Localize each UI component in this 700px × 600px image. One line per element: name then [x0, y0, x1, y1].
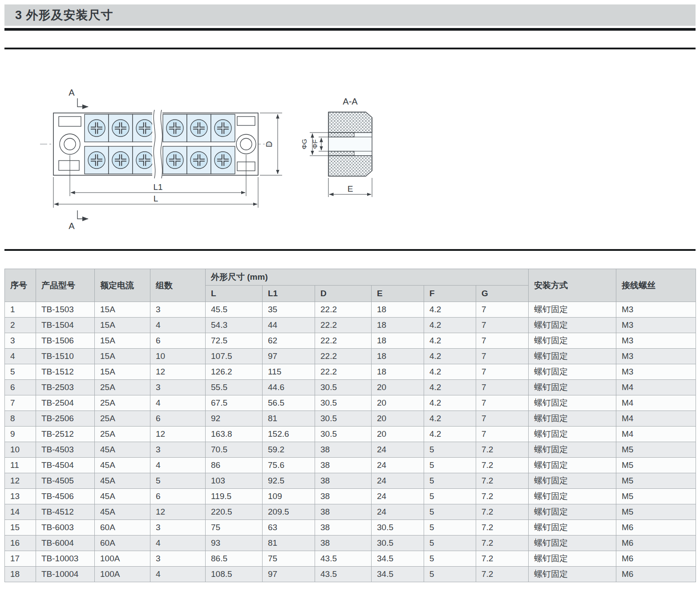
- table-cell: 45A: [95, 458, 150, 473]
- table-cell: 3: [150, 520, 206, 536]
- dim-label-l1: L1: [153, 182, 162, 192]
- table-row: 13TB-450645A6119.5109382457.2螺钉固定M5: [5, 489, 696, 504]
- table-cell: 7: [476, 349, 529, 364]
- table-cell: 4.2: [424, 380, 476, 395]
- divider-top: [4, 28, 696, 31]
- table-row: 4TB-151015A10107.59722.2184.27螺钉固定M3: [5, 349, 696, 364]
- table-cell: 92.5: [263, 473, 315, 489]
- table-cell: 38: [315, 489, 372, 504]
- col-header-dims-group: 外形尺寸 (mm): [206, 269, 529, 286]
- table-cell: 81: [263, 536, 315, 551]
- table-cell: 9: [5, 427, 36, 442]
- screw-icon: [214, 120, 231, 137]
- table-cell: 螺钉固定: [529, 364, 616, 380]
- table-cell: 20: [372, 427, 424, 442]
- table-cell: 螺钉固定: [529, 442, 616, 458]
- screw-icon: [112, 120, 129, 137]
- spec-table-body: 1TB-150315A345.53522.2184.27螺钉固定M32TB-15…: [5, 302, 696, 582]
- table-row: 12TB-450545A510392.5382457.2螺钉固定M5: [5, 473, 696, 489]
- thread-hatch-top: [328, 133, 354, 137]
- table-cell: 60A: [95, 536, 150, 551]
- table-cell: 6: [5, 380, 36, 395]
- table-cell: 螺钉固定: [529, 302, 616, 318]
- table-cell: 24: [372, 458, 424, 473]
- table-cell: 15A: [95, 318, 150, 333]
- table-cell: TB-4504: [36, 458, 95, 473]
- table-cell: M3: [616, 333, 696, 349]
- table-cell: 10: [150, 349, 206, 364]
- screw-icon: [136, 152, 153, 169]
- mounting-hole-right-inner: [240, 138, 252, 150]
- table-row: 18TB-10004100A4108.59743.534.557.2螺钉固定M6: [5, 567, 696, 582]
- table-cell: 4.2: [424, 318, 476, 333]
- table-cell: 螺钉固定: [529, 489, 616, 504]
- table-cell: 75: [206, 520, 263, 536]
- table-cell: 22.2: [315, 349, 372, 364]
- table-cell: TB-2503: [36, 380, 95, 395]
- table-cell: 15: [5, 520, 36, 536]
- table-cell: 25A: [95, 411, 150, 427]
- table-cell: 4.2: [424, 349, 476, 364]
- drawing-panel: D L1 L A A A-A: [4, 49, 696, 249]
- table-cell: 5: [424, 567, 476, 582]
- table-row: 16TB-600460A493813830.557.2螺钉固定M6: [5, 536, 696, 551]
- section-cut-bottom: [77, 210, 88, 219]
- table-row: 5TB-151215A12126.211522.2184.27螺钉固定M3: [5, 364, 696, 380]
- table-cell: 75.6: [263, 458, 315, 473]
- table-cell: TB-2506: [36, 411, 95, 427]
- section-title: 3 外形及安装尺寸: [15, 7, 113, 23]
- table-cell: TB-10004: [36, 567, 95, 582]
- table-cell: 45.5: [206, 302, 263, 318]
- table-cell: 81: [263, 411, 315, 427]
- table-cell: 5: [424, 489, 476, 504]
- table-cell: 3: [150, 380, 206, 395]
- table-cell: 22.2: [315, 333, 372, 349]
- table-cell: 25A: [95, 395, 150, 411]
- table-cell: 4: [5, 349, 36, 364]
- table-cell: 5: [424, 536, 476, 551]
- table-cell: 7: [476, 318, 529, 333]
- table-cell: 220.5: [206, 504, 263, 520]
- table-cell: 63: [263, 520, 315, 536]
- table-cell: 7.2: [476, 473, 529, 489]
- table-cell: 54.3: [206, 318, 263, 333]
- spec-table-header: 序号 产品型号 额定电流 组数 外形尺寸 (mm) 安装方式 接线螺丝 LL1D…: [5, 269, 696, 302]
- table-cell: 4: [150, 395, 206, 411]
- table-cell: 62: [263, 333, 315, 349]
- table-cell: TB-1510: [36, 349, 95, 364]
- table-cell: 30.5: [315, 395, 372, 411]
- table-cell: 24: [372, 489, 424, 504]
- table-row: 2TB-150415A454.34422.2184.27螺钉固定M3: [5, 318, 696, 333]
- table-cell: 109: [263, 489, 315, 504]
- table-cell: 24: [372, 442, 424, 458]
- table-cell: TB-2512: [36, 427, 95, 442]
- table-cell: 4.2: [424, 302, 476, 318]
- col-header-dim-g: G: [476, 286, 529, 302]
- table-cell: 7: [476, 364, 529, 380]
- table-cell: 螺钉固定: [529, 333, 616, 349]
- datasheet-page: 3 外形及安装尺寸: [0, 0, 700, 587]
- spec-table: 序号 产品型号 额定电流 组数 外形尺寸 (mm) 安装方式 接线螺丝 LL1D…: [4, 269, 696, 582]
- screw-icon: [88, 120, 105, 137]
- table-cell: 4: [150, 318, 206, 333]
- col-header-screw: 接线螺丝: [616, 269, 696, 302]
- table-cell: 8: [5, 411, 36, 427]
- table-cell: 43.5: [315, 551, 372, 567]
- section-marker-a-top: A: [69, 88, 75, 97]
- table-row: 17TB-10003100A386.57543.534.557.2螺钉固定M6: [5, 551, 696, 567]
- table-cell: 7.2: [476, 536, 529, 551]
- table-cell: 3: [5, 333, 36, 349]
- table-cell: 螺钉固定: [529, 380, 616, 395]
- table-cell: 38: [315, 473, 372, 489]
- table-cell: 5: [424, 473, 476, 489]
- table-cell: 4.2: [424, 411, 476, 427]
- col-header-dim-f: F: [424, 286, 476, 302]
- table-cell: 12: [150, 364, 206, 380]
- right-end-slot-top: [237, 117, 255, 125]
- table-row: 11TB-450445A48675.6382457.2螺钉固定M5: [5, 458, 696, 473]
- section-view-title: A-A: [343, 97, 358, 106]
- table-cell: 4.2: [424, 427, 476, 442]
- table-cell: 4: [150, 458, 206, 473]
- table-cell: TB-4503: [36, 442, 95, 458]
- table-cell: TB-10003: [36, 551, 95, 567]
